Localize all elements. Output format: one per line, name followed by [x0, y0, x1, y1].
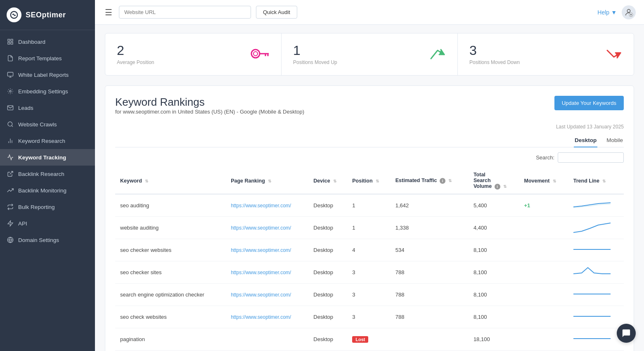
- keyword-research-icon: [7, 137, 14, 145]
- cell-traffic: 788: [391, 261, 469, 283]
- sidebar-item-bulk-reporting[interactable]: Bulk Reporting: [0, 199, 95, 215]
- cell-volume: 8,100: [469, 283, 519, 306]
- quick-audit-button[interactable]: Quick Audit: [256, 6, 297, 19]
- cell-volume: 8,100: [469, 261, 519, 283]
- svg-point-19: [251, 50, 260, 58]
- cell-trend: [568, 239, 624, 261]
- help-menu[interactable]: Help ▼: [597, 9, 617, 16]
- cell-trend: [568, 216, 624, 239]
- search-volume-info: i: [495, 184, 500, 190]
- col-header-page-ranking[interactable]: Page Ranking ⇅: [226, 168, 308, 194]
- main-area: ☰ Quick Audit Help ▼ 2 Average Position …: [95, 0, 644, 351]
- svg-rect-5: [7, 72, 13, 76]
- sidebar-item-report-templates[interactable]: Report Templates: [0, 50, 95, 66]
- device-tab-desktop[interactable]: Desktop: [574, 135, 597, 147]
- cell-movement: +1: [519, 194, 568, 217]
- url-input[interactable]: [119, 6, 251, 19]
- sidebar-item-white-label-reports[interactable]: White Label Reports: [0, 66, 95, 83]
- cell-keyword: website auditing: [115, 216, 226, 239]
- col-header-keyword[interactable]: Keyword ⇅: [115, 168, 226, 194]
- svg-point-20: [253, 52, 258, 56]
- sidebar-item-api[interactable]: API: [0, 215, 95, 232]
- cell-page: [226, 328, 308, 350]
- stat-number: 2: [117, 43, 154, 58]
- cell-movement: [519, 239, 568, 261]
- rankings-subtitle: for www.seoptimer.com in United States (…: [115, 109, 304, 115]
- stat-card-2: 3 Positions Moved Down: [458, 33, 634, 75]
- chat-bubble[interactable]: [617, 324, 636, 343]
- cell-volume: 4,400: [469, 216, 519, 239]
- sidebar-item-label: Backlink Research: [18, 171, 64, 177]
- sidebar-item-backlink-monitoring[interactable]: Backlink Monitoring: [0, 182, 95, 199]
- cell-trend: [568, 328, 624, 350]
- page-link[interactable]: https://www.seoptimer.com/: [231, 270, 291, 275]
- stats-row: 2 Average Position 1 Positions Moved Up …: [105, 33, 634, 76]
- sidebar-item-embedding-settings[interactable]: Embedding Settings: [0, 83, 95, 100]
- sidebar-item-label: Keyword Tracking: [18, 154, 66, 161]
- cell-device: Desktop: [308, 261, 347, 283]
- sidebar: SEOptimer Dashboard Report Templates Whi…: [0, 0, 95, 351]
- sidebar-item-domain-settings[interactable]: Domain Settings: [0, 232, 95, 248]
- cell-traffic: 1,338: [391, 216, 469, 239]
- user-avatar[interactable]: [622, 5, 636, 19]
- page-link[interactable]: https://www.seoptimer.com/: [231, 247, 291, 253]
- page-link[interactable]: https://www.seoptimer.com/: [231, 225, 291, 231]
- sidebar-item-website-crawls[interactable]: Website Crawls: [0, 116, 95, 133]
- cell-movement: [519, 216, 568, 239]
- table-row: pagination Desktop Lost 18,100: [115, 328, 624, 350]
- api-icon: [7, 220, 14, 227]
- col-header-position[interactable]: Position ⇅: [347, 168, 391, 194]
- cell-device: Desktop: [308, 328, 347, 350]
- sidebar-item-label: Domain Settings: [18, 237, 59, 243]
- col-header-estimated-traffic[interactable]: Estimated Traffic i ⇅: [391, 168, 469, 194]
- col-header-movement[interactable]: Movement ⇅: [519, 168, 568, 194]
- search-bar: Search:: [115, 152, 624, 163]
- page-link[interactable]: https://www.seoptimer.com/: [231, 203, 291, 209]
- stat-card-1: 1 Positions Moved Up: [282, 33, 458, 75]
- page-link[interactable]: https://www.seoptimer.com/: [231, 314, 291, 320]
- cell-volume: 5,400: [469, 194, 519, 217]
- sidebar-item-label: Website Crawls: [18, 121, 57, 128]
- estimated-traffic-info: i: [440, 178, 445, 184]
- search-label: Search:: [536, 154, 554, 161]
- search-input[interactable]: [558, 152, 624, 163]
- cell-volume: 8,100: [469, 239, 519, 261]
- sidebar-item-keyword-tracking[interactable]: Keyword Tracking: [0, 149, 95, 166]
- device-tabs: DesktopMobile: [115, 135, 624, 147]
- svg-point-8: [9, 90, 11, 92]
- menu-button[interactable]: ☰: [103, 6, 114, 19]
- device-tab-mobile[interactable]: Mobile: [606, 135, 624, 147]
- cell-page: https://www.seoptimer.com/: [226, 194, 308, 217]
- backlink-monitoring-icon: [7, 187, 14, 194]
- cell-position: 3: [347, 306, 391, 328]
- cell-page: https://www.seoptimer.com/: [226, 261, 308, 283]
- sort-page-ranking: ⇅: [268, 179, 271, 183]
- cell-movement: [519, 283, 568, 306]
- sidebar-item-dashboard[interactable]: Dashboard: [0, 33, 95, 50]
- col-header-device[interactable]: Device ⇅: [308, 168, 347, 194]
- update-keywords-button[interactable]: Update Your Keywords: [554, 96, 624, 110]
- cell-trend: [568, 306, 624, 328]
- cell-trend: [568, 283, 624, 306]
- cell-traffic: 788: [391, 306, 469, 328]
- col-header-total-search-volume[interactable]: TotalSearchVolume i ⇅: [469, 168, 519, 194]
- lost-badge: Lost: [352, 336, 368, 343]
- sidebar-item-keyword-research[interactable]: Keyword Research: [0, 133, 95, 149]
- page-link[interactable]: https://www.seoptimer.com/: [231, 292, 291, 298]
- sidebar-item-backlink-research[interactable]: Backlink Research: [0, 166, 95, 182]
- svg-point-17: [627, 9, 630, 12]
- col-header-trend-line[interactable]: Trend Line ⇅: [568, 168, 624, 194]
- cell-position: 3: [347, 283, 391, 306]
- cell-page: https://www.seoptimer.com/: [226, 239, 308, 261]
- table-row: search engine optimization checker https…: [115, 283, 624, 306]
- cell-keyword: seo check websites: [115, 306, 226, 328]
- sort-keyword: ⇅: [145, 179, 148, 183]
- stat-icon-arrow-up: [429, 47, 446, 62]
- movement-value: +1: [524, 202, 530, 209]
- svg-line-14: [10, 171, 13, 174]
- sidebar-item-label: API: [18, 221, 27, 227]
- sidebar-item-leads[interactable]: Leads: [0, 100, 95, 116]
- logo-icon: [7, 7, 21, 22]
- stat-icon-key: [250, 48, 270, 61]
- sort-trend-line: ⇅: [602, 179, 606, 183]
